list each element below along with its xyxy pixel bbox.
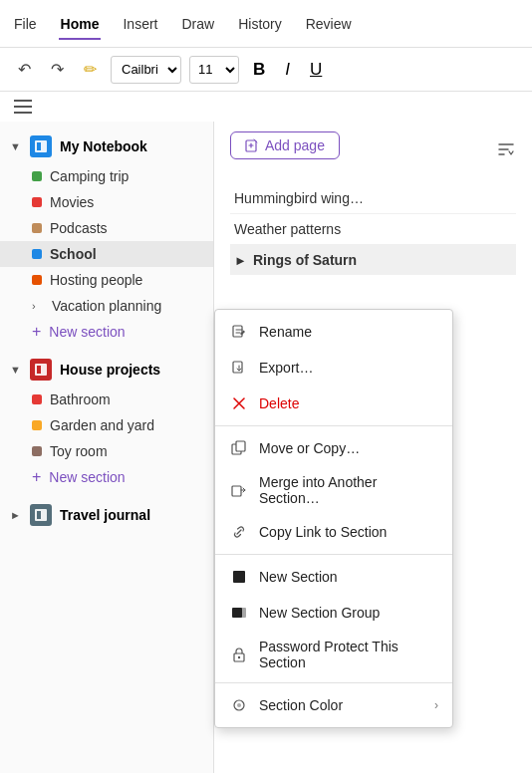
section-color-dot <box>32 446 42 456</box>
chevron-right-icon: ► <box>234 253 247 268</box>
notebook-icon <box>30 135 52 157</box>
color-icon <box>229 695 249 715</box>
font-family-select[interactable]: Cailbri <box>111 56 181 84</box>
add-page-button[interactable]: Add page <box>230 131 340 159</box>
hamburger-row <box>0 92 532 122</box>
plus-icon: + <box>32 469 41 485</box>
new-section-my-notebook[interactable]: + New section <box>0 319 213 345</box>
underline-button[interactable]: U <box>304 58 328 82</box>
link-icon <box>229 522 249 542</box>
section-hosting-people[interactable]: Hosting people <box>0 267 213 293</box>
ctx-copy-link[interactable]: Copy Link to Section <box>215 514 452 550</box>
chevron-right-icon: ► <box>10 509 22 521</box>
section-camping-trip[interactable]: Camping trip <box>0 163 213 189</box>
section-podcasts[interactable]: Podcasts <box>0 215 213 241</box>
bold-button[interactable]: B <box>247 58 271 82</box>
section-movies[interactable]: Movies <box>0 189 213 215</box>
ctx-rename[interactable]: Rename <box>215 314 452 350</box>
content-header: Add page <box>230 131 516 171</box>
menu-file[interactable]: File <box>12 12 39 36</box>
menu-insert[interactable]: Insert <box>121 12 159 36</box>
chevron-right-icon: › <box>434 698 438 712</box>
ctx-divider <box>215 425 452 426</box>
section-bathroom[interactable]: Bathroom <box>0 387 213 412</box>
ctx-password[interactable]: Password Protect This Section <box>215 631 452 678</box>
new-section-house-projects[interactable]: + New section <box>0 464 213 490</box>
font-size-select[interactable]: 11 <box>189 56 239 84</box>
menu-history[interactable]: History <box>236 12 284 36</box>
password-icon <box>229 645 249 664</box>
ctx-delete-label: Delete <box>259 395 299 411</box>
merge-icon <box>229 480 249 500</box>
italic-button[interactable]: I <box>279 58 296 82</box>
plus-icon: + <box>32 324 41 340</box>
svg-rect-3 <box>37 366 41 374</box>
section-color-dot <box>32 171 42 181</box>
page-label: Hummingbird wing… <box>234 190 364 206</box>
page-label: Weather patterns <box>234 221 341 237</box>
section-label: Movies <box>50 194 94 210</box>
svg-rect-1 <box>37 142 41 150</box>
section-label: Camping trip <box>50 168 129 184</box>
section-label: Bathroom <box>50 391 111 407</box>
menu-review[interactable]: Review <box>304 12 354 36</box>
ctx-new-section-group[interactable]: New Section Group <box>215 595 452 631</box>
ctx-password-label: Password Protect This Section <box>259 639 438 670</box>
ctx-copy-link-label: Copy Link to Section <box>259 524 387 540</box>
notebook-label: My Notebook <box>60 138 147 154</box>
section-color-dot <box>32 249 42 259</box>
hamburger-menu[interactable] <box>14 100 32 114</box>
page-label: Rings of Saturn <box>253 252 357 268</box>
context-menu: Rename Export… Delete Move or Copy… <box>214 309 453 728</box>
section-label: Hosting people <box>50 272 142 288</box>
notebook-my-notebook[interactable]: ▼ My Notebook <box>0 130 213 163</box>
menu-draw[interactable]: Draw <box>179 12 216 36</box>
svg-rect-12 <box>236 441 245 451</box>
notebook-house-projects[interactable]: ▼ House projects <box>0 353 213 387</box>
toolbar: ↶ ↷ ✏ Cailbri 11 B I U <box>0 48 532 92</box>
svg-rect-16 <box>236 608 246 618</box>
svg-point-18 <box>238 656 240 658</box>
section-label: Toy room <box>50 443 108 459</box>
section-school[interactable]: School <box>0 241 213 267</box>
page-hummingbird[interactable]: Hummingbird wing… <box>230 183 516 214</box>
ctx-move-copy[interactable]: Move or Copy… <box>215 430 452 466</box>
ctx-export-label: Export… <box>259 360 313 376</box>
sort-button[interactable] <box>496 139 516 163</box>
new-section-group-icon <box>229 603 249 623</box>
svg-rect-8 <box>233 362 242 373</box>
export-icon <box>229 358 249 378</box>
new-section-label: New section <box>49 469 125 485</box>
section-garden-yard[interactable]: Garden and yard <box>0 412 213 438</box>
undo-button[interactable]: ↶ <box>12 56 37 83</box>
notebook-travel-journal[interactable]: ► Travel journal <box>0 498 213 532</box>
chevron-down-icon: ▼ <box>10 140 22 152</box>
rename-icon <box>229 322 249 342</box>
ctx-new-section-group-label: New Section Group <box>259 605 380 621</box>
ctx-divider-2 <box>215 554 452 555</box>
ctx-merge[interactable]: Merge into Another Section… <box>215 466 452 514</box>
new-section-label: New section <box>49 324 125 340</box>
section-vacation-planning[interactable]: › Vacation planning <box>0 293 213 319</box>
svg-rect-14 <box>233 571 245 583</box>
ctx-section-color-label: Section Color <box>259 697 343 713</box>
svg-rect-13 <box>232 486 241 496</box>
ctx-merge-label: Merge into Another Section… <box>259 474 438 506</box>
section-color-dot <box>32 223 42 233</box>
ctx-export[interactable]: Export… <box>215 350 452 386</box>
ctx-new-section[interactable]: New Section <box>215 559 452 595</box>
ctx-section-color[interactable]: Section Color › <box>215 687 452 723</box>
ctx-delete[interactable]: Delete <box>215 386 452 421</box>
section-color-dot <box>32 394 42 404</box>
redo-button[interactable]: ↷ <box>45 56 70 83</box>
section-label: School <box>50 246 97 262</box>
svg-rect-7 <box>233 326 242 337</box>
page-weather-patterns[interactable]: Weather patterns <box>230 214 516 245</box>
section-color-dot <box>32 420 42 430</box>
new-section-icon <box>229 567 249 587</box>
menu-home[interactable]: Home <box>59 12 102 36</box>
add-page-label: Add page <box>265 137 325 153</box>
page-rings-of-saturn[interactable]: ► Rings of Saturn <box>230 245 516 275</box>
section-toy-room[interactable]: Toy room <box>0 438 213 464</box>
highlight-button[interactable]: ✏ <box>78 56 103 83</box>
